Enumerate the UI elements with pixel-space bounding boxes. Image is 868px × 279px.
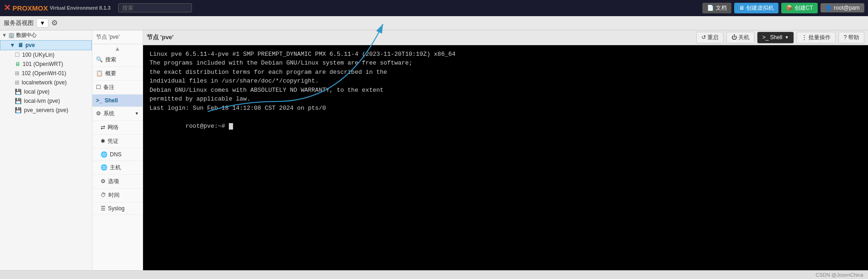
server-view-label: 服务器视图 <box>4 19 34 27</box>
sidebar-item-vm100[interactable]: ☐ 100 (UKyLin) <box>0 50 92 59</box>
center-item-summary[interactable]: 📋 概要 <box>92 67 143 81</box>
center-item-dns[interactable]: 🌐 DNS <box>92 148 143 161</box>
batch-icon: ⋮ <box>802 34 807 41</box>
sidebar-item-vm102[interactable]: ⊞ 102 (OpenWrt-01) <box>0 69 92 78</box>
localnetwork-label: localnetwork (pve) <box>22 79 66 86</box>
center-item-system[interactable]: ⚙ 系统 ▼ <box>92 107 143 121</box>
term-line-5: individual files in /usr/share/doc/*/cop… <box>150 77 862 86</box>
shell-prompt-icon: >_ <box>762 34 769 41</box>
user-button[interactable]: 👤 root@pam <box>820 3 864 12</box>
sidebar-item-pve[interactable]: ▼ 🖥 pve <box>0 40 92 50</box>
center-item-notes[interactable]: ☐ 备注 <box>92 81 143 95</box>
power-icon: ⏻ <box>731 34 737 41</box>
datacenter-header: ▼ 🏢 数据中心 <box>0 30 92 40</box>
center-scroll-up-button[interactable]: ▲ <box>92 44 143 53</box>
sidebar: ▼ 🏢 数据中心 ▼ 🖥 pve ☐ 100 (UKyLin) 🖥 101 (O… <box>0 30 92 270</box>
term-line-8: permitted by applicable law. <box>150 95 862 104</box>
footer: CSDN @JosenChina <box>0 270 868 279</box>
time-icon: ⏱ <box>101 192 106 198</box>
node-toolbar-actions: ↺ 重启 ⏻ 关机 >_ Shell ▼ ⋮ 批量操作 <box>696 32 864 43</box>
datacenter-icon: 🏢 <box>8 32 15 38</box>
create-vm-button[interactable]: 🖥 创建虚拟机 <box>734 3 778 13</box>
center-item-host[interactable]: 🌐 主机 <box>92 161 143 175</box>
center-header: 节点 'pve' <box>92 30 143 44</box>
vm102-label: 102 (OpenWrt-01) <box>22 70 66 77</box>
center-item-shell[interactable]: >_ Shell <box>92 95 143 107</box>
sidebar-item-local-lvm[interactable]: 💾 local-lvm (pve) <box>0 96 92 106</box>
center-item-time[interactable]: ⏱ 时间 <box>92 189 143 202</box>
center-node-title: 节点 'pve' <box>96 34 120 40</box>
dns-icon: 🌐 <box>101 151 108 158</box>
system-icon: ⚙ <box>96 110 101 117</box>
main-layout: ▼ 🏢 数据中心 ▼ 🖥 pve ☐ 100 (UKyLin) 🖥 101 (O… <box>0 30 868 270</box>
logo-proxmox-text: PROXMOX <box>12 4 48 12</box>
center-item-credentials[interactable]: ✱ 凭证 <box>92 135 143 148</box>
center-item-network[interactable]: ⇄ 网络 <box>92 121 143 135</box>
term-prompt-line: root@pve:~# <box>150 113 862 140</box>
node-toolbar: 节点 'pve' ↺ 重启 ⏻ 关机 >_ Shell ▼ <box>143 30 868 45</box>
shell-icon: >_ <box>96 97 102 104</box>
storage-lvm-icon: 💾 <box>15 98 22 104</box>
right-area: 节点 'pve' ↺ 重启 ⏻ 关机 >_ Shell ▼ <box>143 30 868 270</box>
sidebar-item-pve-servers[interactable]: 💾 pve_servers (pve) <box>0 106 92 115</box>
second-toolbar: 服务器视图 ▼ ⚙ <box>0 16 868 30</box>
system-expand-icon: ▼ <box>135 111 139 116</box>
vm-icon: ☐ <box>15 52 20 58</box>
network-menu-icon: ⇄ <box>101 124 105 131</box>
monitor-icon: 🖥 <box>739 5 744 11</box>
doc-button[interactable]: 📄 文档 <box>702 3 731 13</box>
network-icon: ⊞ <box>15 79 19 86</box>
pve-server-icon: 🖥 <box>18 42 23 48</box>
ct-icon: 📦 <box>786 5 793 11</box>
sidebar-item-local[interactable]: 💾 local (pve) <box>0 87 92 96</box>
logo-area: ✕ PROXMOX Virtual Environment 8.1.3 <box>4 3 111 13</box>
logo-ve-text: Virtual Environment 8.1.3 <box>50 5 111 11</box>
sidebar-item-localnetwork[interactable]: ⊞ localnetwork (pve) <box>0 78 92 87</box>
node-title: 节点 'pve' <box>147 33 174 42</box>
options-icon: ⚙ <box>101 178 106 184</box>
term-line-4: the exact distribution terms for each pr… <box>150 68 862 77</box>
shell-dropdown-icon: ▼ <box>784 35 789 40</box>
vm-running-icon: 🖥 <box>15 61 20 67</box>
logo-x-icon: ✕ <box>4 3 11 13</box>
vm100-label: 100 (UKyLin) <box>22 52 54 58</box>
doc-icon: 📄 <box>707 5 714 11</box>
pve-label: pve <box>25 42 35 48</box>
pve-expand-icon: ▼ <box>10 42 15 48</box>
vm-grid-icon: ⊞ <box>15 70 19 77</box>
term-line-7: Debian GNU/Linux comes with ABSOLUTELY N… <box>150 86 862 95</box>
center-panel: 节点 'pve' ▲ 🔍 搜索 📋 概要 ☐ 备注 >_ Shell ⚙ 系统 <box>92 30 143 270</box>
search-input[interactable] <box>118 3 192 12</box>
app-wrapper: ✕ PROXMOX Virtual Environment 8.1.3 📄 文档… <box>0 0 868 279</box>
batch-button[interactable]: ⋮ 批量操作 <box>796 32 836 43</box>
create-ct-button[interactable]: 📦 创建CT <box>781 3 818 13</box>
term-line-3: The programs included with the Debian GN… <box>150 59 862 68</box>
sidebar-item-vm101[interactable]: 🖥 101 (OpenWRT) <box>0 59 92 69</box>
user-icon: 👤 <box>825 5 832 11</box>
local-lvm-label: local-lvm (pve) <box>24 98 60 104</box>
search-icon: 🔍 <box>96 56 103 63</box>
gear-button[interactable]: ⚙ <box>51 18 58 27</box>
storage-icon: 💾 <box>15 89 22 95</box>
header-right: 📄 文档 🖥 创建虚拟机 📦 创建CT 👤 root@pam <box>702 3 864 13</box>
center-item-syslog[interactable]: ☰ Syslog <box>92 202 143 215</box>
pve-servers-label: pve_servers (pve) <box>24 107 68 113</box>
local-label: local (pve) <box>24 89 49 95</box>
help-button[interactable]: ? 帮助 <box>838 32 864 43</box>
syslog-icon: ☰ <box>101 205 106 212</box>
notes-icon: ☐ <box>96 84 101 90</box>
vm101-label: 101 (OpenWRT) <box>23 61 63 67</box>
datacenter-label: 数据中心 <box>16 32 36 39</box>
reboot-button[interactable]: ↺ 重启 <box>696 32 724 43</box>
storage-servers-icon: 💾 <box>15 107 22 113</box>
terminal[interactable]: Linux pve 6.5.11-4-pve #1 SMP PREEMPT_DY… <box>143 45 868 270</box>
center-item-search[interactable]: 🔍 搜索 <box>92 53 143 67</box>
shell-button[interactable]: >_ Shell ▼ <box>757 32 794 43</box>
server-view-dropdown[interactable]: ▼ <box>36 18 48 28</box>
center-item-options[interactable]: ⚙ 选项 <box>92 175 143 189</box>
help-icon: ? <box>844 34 847 41</box>
shutdown-button[interactable]: ⏻ 关机 <box>726 32 754 43</box>
credentials-icon: ✱ <box>101 138 105 144</box>
term-line-9: Last login: Sun Feb 18 14:12:08 CST 2024… <box>150 104 862 113</box>
footer-credit: CSDN @JosenChina <box>816 272 864 278</box>
